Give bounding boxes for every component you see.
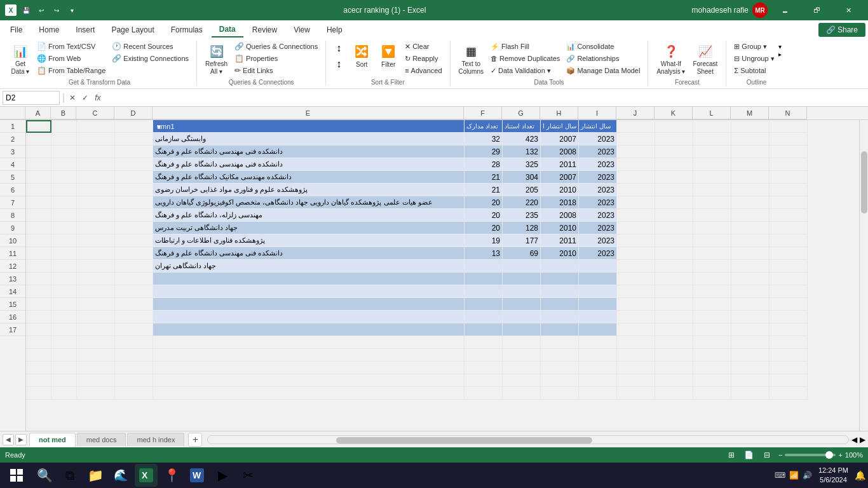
- col-header-b[interactable]: B: [51, 107, 76, 119]
- cell-l2[interactable]: [693, 133, 731, 146]
- cell-n14[interactable]: [770, 349, 808, 362]
- consolidate-btn[interactable]: 📊 Consolidate: [564, 41, 642, 52]
- cell-e16[interactable]: [153, 374, 465, 387]
- row-header-3[interactable]: 3: [0, 146, 25, 158]
- cell-f7[interactable]: 20: [465, 196, 503, 209]
- cell-n15[interactable]: [770, 298, 808, 311]
- cell-m4[interactable]: [731, 158, 770, 171]
- system-clock[interactable]: 12:24 PM 5/6/2024: [815, 466, 852, 485]
- cell-a6[interactable]: [26, 184, 51, 196]
- start-btn[interactable]: [3, 463, 31, 488]
- cell-e1[interactable]: ▼ umn1: [153, 120, 465, 133]
- row-header-1[interactable]: 1: [0, 120, 25, 133]
- cell-d11[interactable]: [115, 247, 153, 260]
- cell-j16[interactable]: [617, 374, 655, 387]
- cell-a12[interactable]: [26, 260, 51, 273]
- what-if-analysis-btn[interactable]: ❓ What-IfAnalysis ▾: [653, 41, 688, 78]
- cell-c8[interactable]: [77, 209, 115, 222]
- cell-l8[interactable]: [693, 209, 731, 222]
- cell-e11[interactable]: دانشکده فنی مهندسی دانشگاه علم و فرهنگ: [153, 247, 465, 260]
- refresh-all-btn[interactable]: 🔄 RefreshAll ▾: [202, 41, 231, 78]
- cell-f15[interactable]: [465, 298, 503, 311]
- cell-g11[interactable]: 69: [503, 247, 541, 260]
- cell-i9[interactable]: 2023: [579, 222, 617, 234]
- cell-a17[interactable]: [26, 323, 51, 336]
- cell-d16[interactable]: [115, 311, 153, 323]
- cell-k15[interactable]: [655, 362, 693, 374]
- cell-b5[interactable]: [51, 171, 77, 184]
- cell-i8[interactable]: 2023: [579, 209, 617, 222]
- cell-i13[interactable]: [579, 273, 617, 285]
- cell-h4[interactable]: 2011: [541, 158, 579, 171]
- scroll-right-btn[interactable]: ▶: [15, 434, 27, 445]
- cell-n1[interactable]: [770, 120, 808, 133]
- cell-i12[interactable]: [579, 260, 617, 273]
- sort-az-btn[interactable]: ↕: [331, 41, 346, 56]
- cell-f4[interactable]: 28: [465, 158, 503, 171]
- cell-a13[interactable]: [26, 273, 51, 285]
- cell-k7[interactable]: [655, 196, 693, 209]
- cell-g15[interactable]: [503, 298, 541, 311]
- cell-j14[interactable]: [617, 285, 655, 298]
- cell-e10[interactable]: پژوهشکده فناوری اطلاعات و ارتباطات: [153, 234, 465, 247]
- cell-h3[interactable]: 2008: [541, 146, 579, 158]
- cell-m3[interactable]: [731, 146, 770, 158]
- cell-e9[interactable]: جهاد دانشگاهی تربیت مدرس: [153, 222, 465, 234]
- zoom-slider[interactable]: [785, 454, 836, 456]
- cell-h13[interactable]: [541, 336, 579, 349]
- notification-btn[interactable]: 🔔: [855, 470, 865, 480]
- cell-g10[interactable]: 177: [503, 234, 541, 247]
- row-header-12[interactable]: 12: [0, 260, 25, 273]
- excel-taskbar-btn[interactable]: X: [135, 464, 158, 487]
- cell-m13[interactable]: [731, 273, 770, 285]
- subtotal-btn[interactable]: Σ Subtotal: [731, 65, 776, 76]
- cell-f14[interactable]: [465, 285, 503, 298]
- cell-n7[interactable]: [770, 196, 808, 209]
- cell-a4[interactable]: [26, 158, 51, 171]
- cell-l3[interactable]: [693, 146, 731, 158]
- queries-connections-btn[interactable]: 🔗 Queries & Connections: [232, 41, 320, 52]
- cell-g16[interactable]: [503, 374, 541, 387]
- cell-e8[interactable]: مهندسی زلزله، دانشگاه علم و فرهنگ: [153, 209, 465, 222]
- cell-n9[interactable]: [770, 222, 808, 234]
- cell-j13[interactable]: [617, 336, 655, 349]
- cell-g1[interactable]: تعداد استناد: [503, 120, 541, 133]
- cell-h12[interactable]: [541, 260, 579, 273]
- cell-g9[interactable]: 128: [503, 222, 541, 234]
- cell-f12[interactable]: [465, 260, 503, 273]
- cell-b4[interactable]: [51, 158, 77, 171]
- tab-insert[interactable]: Insert: [68, 23, 102, 37]
- cell-l1[interactable]: [693, 120, 731, 133]
- cell-g2[interactable]: 423: [503, 133, 541, 146]
- cell-b9[interactable]: [51, 222, 77, 234]
- flash-fill-btn[interactable]: ⚡ Flash Fill: [488, 41, 562, 52]
- cell-m16[interactable]: [731, 374, 770, 387]
- cell-a13[interactable]: [26, 336, 51, 349]
- clear-btn[interactable]: ✕ Clear: [402, 41, 444, 52]
- col-header-h[interactable]: H: [540, 107, 578, 119]
- row-header-9[interactable]: 9: [0, 222, 25, 234]
- row-header-5[interactable]: 5: [0, 171, 25, 184]
- cell-l15[interactable]: [693, 362, 731, 374]
- cell-l13[interactable]: [693, 336, 731, 349]
- row-header-6[interactable]: 6: [0, 184, 25, 196]
- cell-b15[interactable]: [51, 362, 77, 374]
- cell-d16[interactable]: [115, 374, 153, 387]
- row-header-16[interactable]: 16: [0, 311, 25, 323]
- cell-h17[interactable]: [541, 387, 579, 400]
- properties-btn[interactable]: 📋 Properties: [232, 53, 320, 64]
- cell-m7[interactable]: [731, 196, 770, 209]
- cell-n13[interactable]: [770, 336, 808, 349]
- cell-m2[interactable]: [731, 133, 770, 146]
- cell-e3[interactable]: دانشکده فنی مهندسی دانشگاه علم و فرهنگ: [153, 146, 465, 158]
- cell-b13[interactable]: [51, 273, 77, 285]
- cell-a7[interactable]: [26, 196, 51, 209]
- tab-view[interactable]: View: [286, 23, 318, 37]
- cell-d8[interactable]: [115, 209, 153, 222]
- cell-l17[interactable]: [693, 323, 731, 336]
- cell-f8[interactable]: 20: [465, 209, 503, 222]
- cell-f5[interactable]: 21: [465, 171, 503, 184]
- media-player-btn[interactable]: ▶: [211, 464, 234, 487]
- cell-g3[interactable]: 132: [503, 146, 541, 158]
- cell-a9[interactable]: [26, 222, 51, 234]
